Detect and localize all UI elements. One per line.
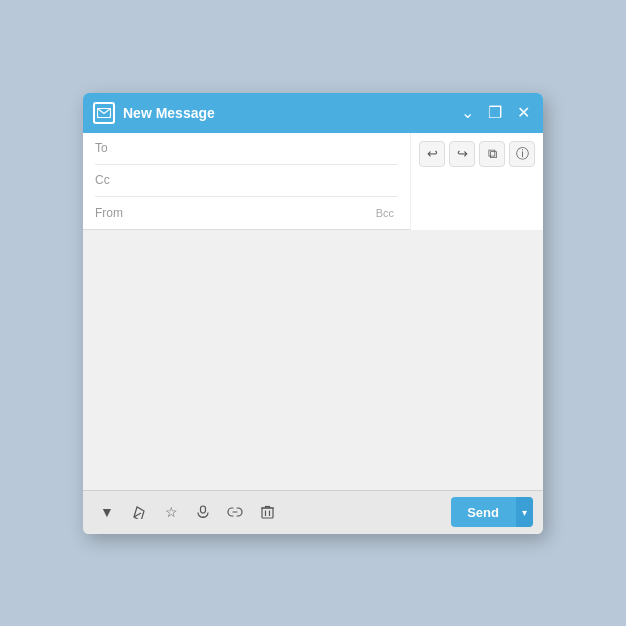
- address-fields: To Cc From Bcc: [83, 133, 410, 230]
- right-toolbar: ↩ ↪ ⧉ ⓘ: [410, 133, 543, 230]
- cc-input[interactable]: [135, 173, 398, 187]
- attach-button[interactable]: [125, 498, 153, 526]
- to-label: To: [95, 141, 135, 155]
- email-icon: [93, 102, 115, 124]
- cc-label: Cc: [95, 173, 135, 187]
- delete-button[interactable]: [253, 498, 281, 526]
- send-button[interactable]: Send: [451, 497, 515, 527]
- send-group: Send ▾: [451, 497, 533, 527]
- star-button[interactable]: ☆: [157, 498, 185, 526]
- from-input[interactable]: [135, 206, 398, 220]
- minimize-button[interactable]: ⌄: [457, 103, 477, 123]
- close-button[interactable]: ✕: [513, 103, 533, 123]
- message-body-input[interactable]: [91, 238, 535, 482]
- to-input[interactable]: [135, 141, 398, 155]
- svg-rect-2: [201, 506, 206, 513]
- undo-button[interactable]: ↩: [419, 141, 445, 167]
- link-button[interactable]: [221, 498, 249, 526]
- format-button[interactable]: ▼: [93, 498, 121, 526]
- title-bar: New Message ⌄ ❐ ✕: [83, 93, 543, 133]
- bottom-toolbar: ▼ ☆ Send ▾: [83, 490, 543, 534]
- email-compose-window: New Message ⌄ ❐ ✕ To Cc From Bcc: [83, 93, 543, 534]
- header-fields: To Cc From Bcc: [83, 133, 410, 230]
- window-title: New Message: [123, 105, 449, 121]
- send-dropdown-button[interactable]: ▾: [515, 497, 533, 527]
- window-controls: ⌄ ❐ ✕: [457, 103, 533, 123]
- fields-section: To Cc From Bcc ↩ ↪ ⧉ ⓘ: [83, 133, 543, 230]
- message-body-area: [83, 230, 543, 490]
- cc-field-row: Cc: [95, 165, 398, 197]
- info-button[interactable]: ⓘ: [509, 141, 535, 167]
- from-field-row: From Bcc: [95, 197, 398, 229]
- copy-button[interactable]: ⧉: [479, 141, 505, 167]
- svg-rect-4: [262, 508, 273, 518]
- redo-button[interactable]: ↪: [449, 141, 475, 167]
- restore-button[interactable]: ❐: [485, 103, 505, 123]
- mic-button[interactable]: [189, 498, 217, 526]
- from-label: From: [95, 206, 135, 220]
- to-field-row: To: [95, 133, 398, 165]
- bcc-label: Bcc: [376, 207, 394, 219]
